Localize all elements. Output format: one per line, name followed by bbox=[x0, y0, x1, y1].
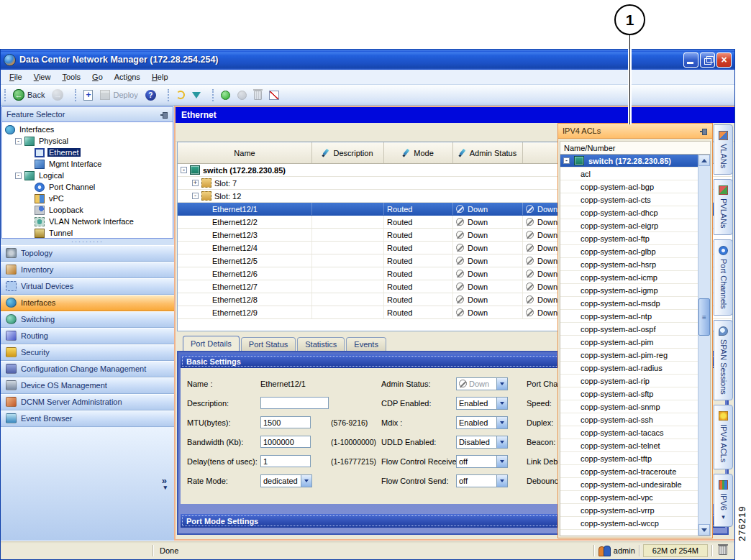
acl-item-acl[interactable]: acl bbox=[560, 167, 698, 180]
new-page-button[interactable]: + bbox=[80, 88, 96, 102]
tab-port-status[interactable]: Port Status bbox=[241, 337, 296, 351]
acl-item-copp-system-acl-hsrp[interactable]: copp-system-acl-hsrp bbox=[560, 258, 698, 271]
column-header-mode[interactable]: Mode bbox=[384, 142, 453, 163]
mdix-select[interactable]: Enabled bbox=[456, 416, 508, 429]
panel-splitter[interactable]: ········· bbox=[1, 239, 174, 245]
admin-status-select[interactable]: Down bbox=[456, 377, 508, 390]
acl-item-copp-system-acl-bgp[interactable]: copp-system-acl-bgp bbox=[560, 180, 698, 193]
minimize-button[interactable] bbox=[683, 52, 698, 68]
acl-column-header[interactable]: Name/Number bbox=[560, 141, 711, 155]
rate-mode-select[interactable]: dedicated bbox=[260, 474, 312, 487]
acl-item-copp-system-acl-ospf[interactable]: copp-system-acl-ospf bbox=[560, 323, 698, 336]
menu-item-actions[interactable]: Actions bbox=[109, 71, 145, 83]
tab-statistics[interactable]: Statistics bbox=[297, 337, 345, 351]
tree-item-vpc[interactable]: vPC bbox=[2, 193, 173, 204]
dropdown-arrow-icon[interactable] bbox=[496, 417, 507, 428]
acl-item-copp-system-acl-vpc[interactable]: copp-system-acl-vpc bbox=[560, 491, 698, 504]
nav-item-switching[interactable]: Switching bbox=[1, 311, 174, 328]
back-button[interactable]: ←Back bbox=[9, 88, 48, 102]
refresh-button[interactable] bbox=[173, 89, 188, 101]
acl-item-copp-system-acl-glbp[interactable]: copp-system-acl-glbp bbox=[560, 245, 698, 258]
acl-item-copp-system-acl-radius[interactable]: copp-system-acl-radius bbox=[560, 362, 698, 375]
bandwidth-kb-input[interactable] bbox=[260, 436, 311, 448]
acl-scrollbar[interactable] bbox=[698, 155, 710, 536]
pin-icon[interactable] bbox=[160, 111, 168, 119]
tree-item-tunnel[interactable]: Tunnel bbox=[2, 227, 173, 239]
dropdown-arrow-icon[interactable] bbox=[301, 475, 311, 487]
nav-item-virtual-devices[interactable]: Virtual Devices bbox=[1, 278, 174, 295]
tree-expander-icon[interactable]: - bbox=[15, 138, 22, 144]
acl-item-copp-system-acl-ntp[interactable]: copp-system-acl-ntp bbox=[560, 310, 698, 323]
tree-item-vlan-network-interface[interactable]: VLAN Network Interface bbox=[2, 216, 173, 227]
help-button[interactable]: ? bbox=[142, 88, 160, 102]
side-tab-vlans[interactable]: VLANs bbox=[714, 124, 733, 175]
enable-button[interactable] bbox=[217, 89, 234, 101]
dropdown-arrow-icon[interactable] bbox=[496, 436, 507, 448]
tab-events[interactable]: Events bbox=[346, 337, 386, 351]
acl-item-copp-system-acl-pim-reg[interactable]: copp-system-acl-pim-reg bbox=[560, 349, 698, 362]
filter-button[interactable] bbox=[188, 91, 204, 100]
acl-item-copp-system-acl-telnet[interactable]: copp-system-acl-telnet bbox=[560, 439, 698, 452]
acl-item-copp-system-acl-ssh[interactable]: copp-system-acl-ssh bbox=[560, 413, 698, 426]
tree-item-mgmt-interface[interactable]: Mgmt Interface bbox=[2, 158, 173, 170]
acl-item-copp-system-acl-snmp[interactable]: copp-system-acl-snmp bbox=[560, 400, 698, 413]
acl-item-copp-system-acl-undesirable[interactable]: copp-system-acl-undesirable bbox=[560, 478, 698, 491]
dropdown-arrow-icon[interactable] bbox=[496, 398, 507, 409]
tree-expander-icon[interactable]: - bbox=[563, 157, 570, 164]
side-tab-span-sessions[interactable]: SPAN Sessions bbox=[714, 320, 733, 401]
menu-item-go[interactable]: Go bbox=[87, 71, 108, 83]
dropdown-arrow-icon[interactable] bbox=[496, 456, 507, 467]
garbage-collect-icon[interactable] bbox=[719, 546, 727, 555]
nav-item-inventory[interactable]: Inventory bbox=[1, 262, 174, 278]
acl-item-copp-system-acl-wccp[interactable]: copp-system-acl-wccp bbox=[560, 517, 698, 530]
menu-item-file[interactable]: File bbox=[4, 71, 27, 83]
acl-item-copp-system-acl-vrrp[interactable]: copp-system-acl-vrrp bbox=[560, 504, 698, 517]
nav-item-topology[interactable]: Topology bbox=[1, 245, 174, 262]
acl-item-copp-system-acl-ftp[interactable]: copp-system-acl-ftp bbox=[560, 232, 698, 245]
nav-item-configuration-change-management[interactable]: Configuration Change Management bbox=[1, 361, 174, 377]
tree-expander-icon[interactable]: + bbox=[192, 180, 199, 186]
chart-button[interactable] bbox=[265, 89, 283, 101]
nav-item-device-os-management[interactable]: Device OS Management bbox=[1, 377, 174, 394]
nav-item-security[interactable]: Security bbox=[1, 344, 174, 361]
side-tab-port-channels[interactable]: Port Channels bbox=[714, 239, 733, 316]
cdp-enabled-select[interactable]: Enabled bbox=[456, 397, 508, 410]
acl-item-copp-system-acl-msdp[interactable]: copp-system-acl-msdp bbox=[560, 297, 698, 310]
menu-item-tools[interactable]: Tools bbox=[57, 71, 86, 83]
acl-item-copp-system-acl-tacacs[interactable]: copp-system-acl-tacacs bbox=[560, 426, 698, 439]
flow-control-send-select[interactable]: off bbox=[456, 474, 508, 487]
restore-button[interactable] bbox=[700, 52, 715, 68]
column-header-description[interactable]: Description bbox=[312, 142, 384, 163]
acl-item-copp-system-acl-eigrp[interactable]: copp-system-acl-eigrp bbox=[560, 219, 698, 232]
nav-item-dcnm-server-administration[interactable]: DCNM Server Administration bbox=[1, 394, 174, 410]
nav-item-interfaces[interactable]: Interfaces bbox=[1, 295, 174, 311]
side-tab-pvlans[interactable]: PVLANs bbox=[714, 179, 733, 235]
tree-item-port-channel[interactable]: Port Channel bbox=[2, 181, 173, 193]
tree-expander-icon[interactable]: - bbox=[15, 173, 22, 179]
nav-item-event-browser[interactable]: Event Browser bbox=[1, 410, 174, 427]
scroll-down-arrow[interactable] bbox=[698, 524, 710, 536]
acl-item-copp-system-acl-icmp[interactable]: copp-system-acl-icmp bbox=[560, 271, 698, 284]
side-tab-ipv4-acls[interactable]: IPV4 ACLs bbox=[714, 405, 733, 469]
acl-item-copp-system-acl-sftp[interactable]: copp-system-acl-sftp bbox=[560, 387, 698, 400]
nav-item-routing[interactable]: Routing bbox=[1, 328, 174, 344]
flow-control-receive-select[interactable]: off bbox=[456, 455, 508, 468]
acl-item-copp-system-acl-pim[interactable]: copp-system-acl-pim bbox=[560, 336, 698, 349]
scroll-up-arrow[interactable] bbox=[698, 155, 710, 166]
udld-enabled-select[interactable]: Disabled bbox=[456, 436, 508, 449]
acl-item-copp-system-acl-dhcp[interactable]: copp-system-acl-dhcp bbox=[560, 206, 698, 219]
acl-item-copp-system-acl-traceroute[interactable]: copp-system-acl-traceroute bbox=[560, 465, 698, 478]
delay-tens-of-usec-input[interactable] bbox=[260, 455, 311, 467]
side-tab-ipv6[interactable]: IPV6▾ bbox=[714, 474, 733, 528]
tree-item-physical[interactable]: -Physical bbox=[2, 135, 173, 147]
acl-item-copp-system-acl-igmp[interactable]: copp-system-acl-igmp bbox=[560, 284, 698, 297]
column-header-admin-status[interactable]: Admin Status bbox=[453, 142, 523, 163]
tree-item-loopback[interactable]: Loopback bbox=[2, 204, 173, 216]
tree-item-logical[interactable]: -Logical bbox=[2, 170, 173, 181]
mtu-bytes-input[interactable] bbox=[260, 416, 311, 428]
acl-switch-row[interactable]: -switch (172.28.230.85) bbox=[560, 155, 698, 167]
dropdown-arrow-icon[interactable] bbox=[496, 475, 507, 487]
description-input[interactable] bbox=[260, 397, 329, 409]
dropdown-arrow-icon[interactable] bbox=[496, 378, 507, 390]
menu-item-view[interactable]: View bbox=[29, 71, 56, 83]
